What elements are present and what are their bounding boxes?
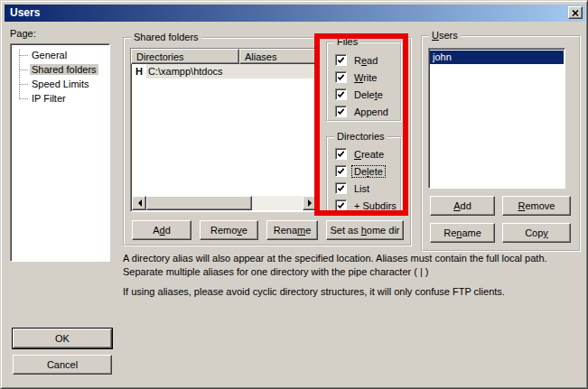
list-header: Directories Aliases [131,49,318,64]
cancel-button[interactable]: Cancel [13,355,112,375]
folder-add-button[interactable]: Add [132,220,191,240]
users-group-label: Users [429,30,461,41]
page-item-general[interactable]: General [11,49,109,63]
column-header-directories[interactable]: Directories [131,49,239,64]
shared-folders-list: Directories Aliases H C:\xampp\htdocs [130,48,319,212]
column-header-aliases[interactable]: Aliases [239,49,318,64]
alias-notes: A directory alias will also appear at th… [123,252,582,299]
highlight-annotation-rectangle [314,33,408,216]
user-copy-button[interactable]: Copy [502,223,571,243]
user-remove-button[interactable]: Remove [502,196,571,216]
directory-path: C:\xampp\htdocs [146,64,318,79]
horizontal-scrollbar[interactable] [132,196,317,210]
directory-row[interactable]: H C:\xampp\htdocs [131,64,318,79]
ok-button[interactable]: OK [13,329,112,348]
scroll-left-icon [135,199,142,207]
page-item-ip-filter[interactable]: IP Filter [11,92,109,107]
page-list: General Shared folders Speed Limits IP F… [10,43,110,262]
user-rename-button[interactable]: Rename [430,223,495,243]
page-label: Page: [10,28,36,39]
scrollbar-track[interactable] [252,196,303,210]
scroll-left-button[interactable] [132,196,146,210]
home-marker: H [131,64,146,79]
users-list: john [428,48,565,189]
alias-note-2: If using aliases, please avoid cyclic di… [123,285,582,299]
title-bar[interactable]: Users [5,5,585,22]
page-item-shared-folders[interactable]: Shared folders [11,63,109,78]
users-dialog: Users Page: General Shared folders Speed… [0,0,588,389]
folder-remove-button[interactable]: Remove [200,220,258,240]
scrollbar-thumb[interactable] [146,196,252,210]
window-title: Users [10,6,40,19]
close-button[interactable] [568,6,583,19]
page-item-speed-limits[interactable]: Speed Limits [11,78,109,92]
close-icon [572,10,579,16]
shared-folders-group-label: Shared folders [131,32,201,42]
folder-rename-button[interactable]: Rename [266,220,318,240]
alias-note-1: A directory alias will also appear at th… [123,252,582,279]
user-item-john[interactable]: john [430,51,564,64]
user-add-button[interactable]: Add [430,196,495,216]
set-as-home-dir-button[interactable]: Set as home dir [326,220,404,240]
